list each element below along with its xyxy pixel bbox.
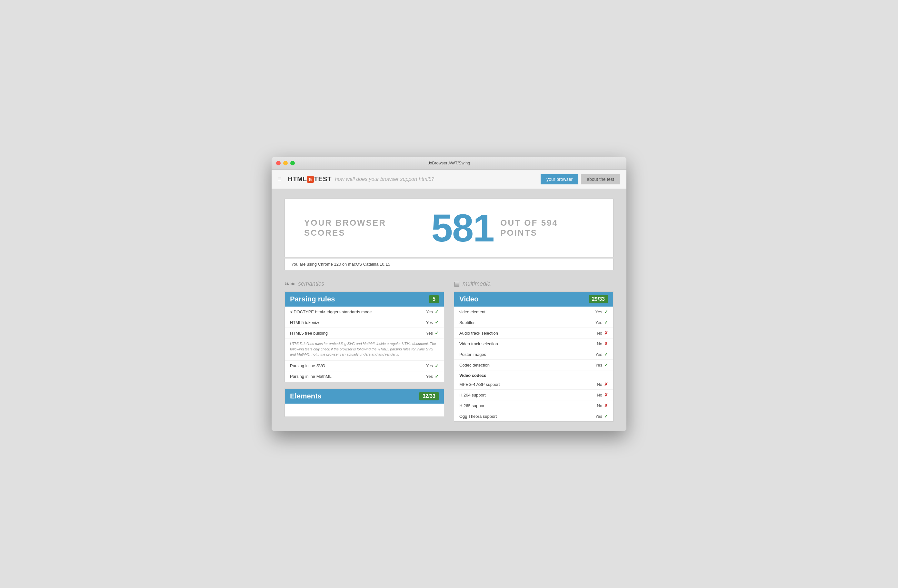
score-label-before: YOUR BROWSER SCORES xyxy=(304,218,425,238)
test-name: Poster images xyxy=(459,352,486,357)
elements-title: Elements xyxy=(290,392,321,401)
main-content: YOUR BROWSER SCORES 581 OUT OF 594 POINT… xyxy=(272,189,626,431)
result-text: Yes xyxy=(595,352,602,357)
test-row: H.264 support No ✗ xyxy=(454,390,613,401)
test-name: <!DOCTYPE html> triggers standards mode xyxy=(290,310,372,314)
titlebar: JxBrowser AWT/Swing xyxy=(272,157,626,170)
result-text: No xyxy=(597,403,602,408)
check-icon: ✓ xyxy=(435,363,439,368)
semantics-label: semantics xyxy=(298,281,324,287)
test-result: No ✗ xyxy=(597,392,608,398)
test-row: Parsing inline SVG Yes ✓ xyxy=(285,361,444,372)
test-name: Ogg Theora support xyxy=(459,414,497,419)
check-icon: ✓ xyxy=(604,352,608,357)
test-name: MPEG-4 ASP support xyxy=(459,382,500,387)
hamburger-icon[interactable]: ≡ xyxy=(278,176,281,183)
check-icon: ✓ xyxy=(435,309,439,314)
semantics-icon: ❧❧ xyxy=(284,280,295,287)
brand-subtitle: how well does your browser support html5… xyxy=(335,177,435,182)
test-row: video element Yes ✓ xyxy=(454,307,613,317)
brand-html: HTML5TEST xyxy=(288,175,332,183)
video-title: Video xyxy=(459,295,479,303)
test-result: Yes ✓ xyxy=(426,363,439,368)
test-name: video element xyxy=(459,310,486,314)
elements-header: Elements 32/33 xyxy=(285,389,444,404)
test-name: Audio track selection xyxy=(459,331,498,336)
score-card: YOUR BROWSER SCORES 581 OUT OF 594 POINT… xyxy=(284,199,614,257)
minimize-button[interactable] xyxy=(283,161,288,165)
test-row: Poster images Yes ✓ xyxy=(454,349,613,360)
test-result: Yes ✓ xyxy=(595,414,608,419)
result-text: Yes xyxy=(426,363,433,368)
check-icon: ✓ xyxy=(604,309,608,314)
test-result: Yes ✓ xyxy=(595,352,608,357)
result-text: No xyxy=(597,393,602,398)
semantics-section: ❧❧ semantics Parsing rules 5 <!DOCTYPE h… xyxy=(284,280,444,422)
result-text: No xyxy=(597,331,602,336)
test-row: Subtitles Yes ✓ xyxy=(454,317,613,328)
elements-placeholder xyxy=(285,404,444,416)
navbar: ≡ HTML5TEST how well does your browser s… xyxy=(272,170,626,189)
score-label-after: OUT OF 594 POINTS xyxy=(500,218,594,238)
test-name: HTML5 tokenizer xyxy=(290,320,322,325)
parsing-rules-header: Parsing rules 5 xyxy=(285,292,444,307)
video-category: Video 29/33 video element Yes ✓ Subti xyxy=(454,292,614,422)
cross-icon: ✗ xyxy=(604,392,608,398)
test-row: Video track selection No ✗ xyxy=(454,338,613,349)
browser-window: JxBrowser AWT/Swing ≡ HTML5TEST how well… xyxy=(272,157,626,431)
browser-info: You are using Chrome 120 on macOS Catali… xyxy=(284,258,614,270)
test-name: Video track selection xyxy=(459,341,498,346)
multimedia-label: multimedia xyxy=(463,281,491,287)
elements-body xyxy=(285,404,444,416)
result-text: Yes xyxy=(426,374,433,379)
video-header: Video 29/33 xyxy=(454,292,613,307)
test-name: H.264 support xyxy=(459,393,486,398)
result-text: Yes xyxy=(595,310,602,314)
html5-badge: 5 xyxy=(307,176,314,183)
result-text: Yes xyxy=(426,310,433,314)
maximize-button[interactable] xyxy=(290,161,295,165)
test-row: HTML5 tree building Yes ✓ xyxy=(285,328,444,338)
video-score: 29/33 xyxy=(589,295,608,303)
result-text: Yes xyxy=(426,320,433,325)
result-text: Yes xyxy=(595,363,602,367)
test-result: Yes ✓ xyxy=(426,309,439,314)
test-result: No ✗ xyxy=(597,403,608,408)
cross-icon: ✗ xyxy=(604,403,608,408)
test-name: Subtitles xyxy=(459,320,475,325)
test-result: Yes ✓ xyxy=(426,330,439,336)
test-result: Yes ✓ xyxy=(426,320,439,325)
test-name: Parsing inline MathML xyxy=(290,374,332,379)
test-result: Yes ✓ xyxy=(426,374,439,379)
cross-icon: ✗ xyxy=(604,341,608,346)
score-number: 581 xyxy=(431,209,494,247)
check-icon: ✓ xyxy=(435,330,439,336)
test-note: HTML5 defines rules for embedding SVG an… xyxy=(285,338,444,361)
sections-grid: ❧❧ semantics Parsing rules 5 <!DOCTYPE h… xyxy=(284,280,614,422)
result-text: Yes xyxy=(595,320,602,325)
test-result: Yes ✓ xyxy=(595,320,608,325)
test-row: HTML5 tokenizer Yes ✓ xyxy=(285,317,444,328)
test-row: Audio track selection No ✗ xyxy=(454,328,613,338)
test-row: Ogg Theora support Yes ✓ xyxy=(454,411,613,421)
test-name: Parsing inline SVG xyxy=(290,363,325,368)
video-codecs-header: Video codecs xyxy=(454,370,613,379)
elements-score: 32/33 xyxy=(419,392,439,401)
multimedia-section: ▤ multimedia Video 29/33 video element Y… xyxy=(454,280,614,422)
elements-category: Elements 32/33 xyxy=(284,388,444,417)
window-title: JxBrowser AWT/Swing xyxy=(428,161,470,165)
cross-icon: ✗ xyxy=(604,382,608,387)
close-button[interactable] xyxy=(276,161,281,165)
your-browser-button[interactable]: your browser xyxy=(541,174,578,184)
traffic-lights xyxy=(276,161,295,165)
about-the-test-button[interactable]: about the test xyxy=(581,174,620,184)
check-icon: ✓ xyxy=(435,320,439,325)
parsing-rules-body: <!DOCTYPE html> triggers standards mode … xyxy=(285,307,444,382)
check-icon: ✓ xyxy=(435,374,439,379)
test-row: Codec detection Yes ✓ xyxy=(454,360,613,370)
test-name: Codec detection xyxy=(459,363,490,367)
test-result: Yes ✓ xyxy=(595,309,608,314)
parsing-rules-title: Parsing rules xyxy=(290,295,335,303)
test-result: Yes ✓ xyxy=(595,362,608,367)
test-row: <!DOCTYPE html> triggers standards mode … xyxy=(285,307,444,317)
